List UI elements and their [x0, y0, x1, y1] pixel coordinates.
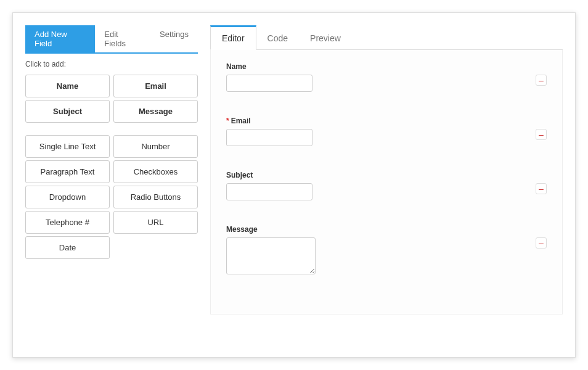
field-button-subject[interactable]: Subject: [25, 100, 110, 123]
left-panel: Add New Field Edit Fields Settings Click…: [25, 25, 198, 345]
field-button-radio-buttons[interactable]: Radio Buttons: [113, 186, 198, 208]
field-label-subject: Subject: [226, 171, 536, 179]
input-subject[interactable]: [226, 183, 312, 200]
field-button-telephone[interactable]: Telephone #: [25, 211, 110, 234]
form-field-subject: Subject –: [226, 171, 547, 200]
form-field-name: Name –: [226, 62, 547, 92]
remove-button[interactable]: –: [536, 129, 547, 140]
textarea-message[interactable]: [226, 237, 316, 274]
field-button-single-line-text[interactable]: Single Line Text: [25, 135, 110, 158]
tab-editor[interactable]: Editor: [210, 25, 256, 50]
field-button-message[interactable]: Message: [113, 100, 198, 123]
field-button-dropdown[interactable]: Dropdown: [25, 186, 110, 208]
field-button-checkboxes[interactable]: Checkboxes: [113, 160, 198, 183]
right-tabs: Editor Code Preview: [210, 25, 563, 50]
required-asterisk-icon: *: [226, 117, 229, 125]
field-content: Message: [226, 225, 536, 277]
remove-button[interactable]: –: [536, 75, 547, 86]
tab-add-new-field[interactable]: Add New Field: [25, 25, 95, 52]
field-content: *Email: [226, 117, 536, 146]
primary-field-grid: Name Email Subject Message: [25, 75, 198, 123]
editor-area: Name – *Email – Subject –: [210, 50, 563, 314]
field-button-number[interactable]: Number: [113, 135, 198, 158]
tab-settings[interactable]: Settings: [150, 25, 198, 52]
field-button-name[interactable]: Name: [25, 75, 110, 97]
field-label-text: Email: [231, 117, 251, 125]
field-button-email[interactable]: Email: [113, 75, 198, 97]
field-label-name: Name: [226, 62, 536, 71]
field-button-date[interactable]: Date: [25, 236, 110, 259]
right-panel: Editor Code Preview Name – *Email –: [210, 25, 563, 345]
remove-button[interactable]: –: [536, 183, 547, 194]
click-to-add-label: Click to add:: [25, 60, 198, 68]
form-field-email: *Email –: [226, 117, 547, 146]
field-label-email: *Email: [226, 117, 536, 125]
tab-edit-fields[interactable]: Edit Fields: [95, 25, 150, 52]
field-label-message: Message: [226, 225, 536, 234]
remove-button[interactable]: –: [536, 237, 547, 249]
form-field-message: Message –: [226, 225, 547, 277]
field-button-url[interactable]: URL: [113, 211, 198, 234]
tab-preview[interactable]: Preview: [299, 25, 352, 49]
tab-code[interactable]: Code: [256, 25, 299, 49]
form-builder-container: Add New Field Edit Fields Settings Click…: [12, 12, 576, 358]
field-button-paragraph-text[interactable]: Paragraph Text: [25, 160, 110, 183]
field-content: Subject: [226, 171, 536, 200]
secondary-field-grid: Single Line Text Number Paragraph Text C…: [25, 135, 198, 259]
input-email[interactable]: [226, 129, 312, 146]
input-name[interactable]: [226, 75, 312, 92]
field-content: Name: [226, 62, 536, 92]
left-tabs: Add New Field Edit Fields Settings: [25, 25, 198, 54]
